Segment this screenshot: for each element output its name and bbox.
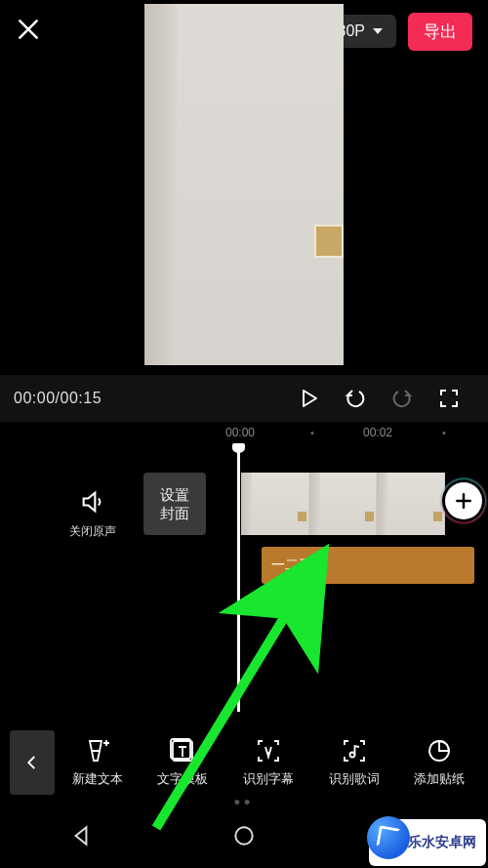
- close-icon: [16, 17, 41, 42]
- close-button[interactable]: [16, 17, 41, 46]
- add-clip-button[interactable]: [445, 482, 482, 519]
- speaker-icon: [79, 488, 106, 516]
- chevron-down-icon: [373, 28, 383, 34]
- triangle-back-icon: [68, 823, 94, 848]
- mute-original-audio-button[interactable]: 关闭原声: [59, 488, 127, 540]
- tool-label: 识别字幕: [243, 770, 294, 788]
- timeline[interactable]: 00:00 00:02 关闭原声 设置 封面 一二三: [0, 422, 488, 722]
- sticker-icon: [426, 737, 453, 765]
- video-clip[interactable]: [241, 473, 445, 535]
- circle-home-icon: [231, 823, 257, 848]
- plus-icon: [454, 491, 473, 511]
- ruler-label: 00:02: [363, 426, 392, 439]
- tool-recognize-lyrics[interactable]: 识别歌词: [329, 737, 380, 788]
- video-preview[interactable]: [144, 4, 344, 365]
- play-icon: [297, 387, 320, 410]
- tool-text-template[interactable]: 文字模板: [157, 737, 208, 788]
- fullscreen-button[interactable]: [426, 387, 472, 410]
- back-button[interactable]: [10, 730, 55, 795]
- recognize-lyrics-icon: [341, 737, 368, 765]
- total-time: 00:15: [61, 390, 102, 406]
- tool-new-text[interactable]: 新建文本: [72, 737, 123, 788]
- undo-button[interactable]: [332, 387, 379, 410]
- timecode: 00:00/00:15: [14, 390, 102, 407]
- text-template-icon: [169, 737, 196, 765]
- play-button[interactable]: [285, 387, 332, 410]
- watermark-text: 乐水安卓网: [408, 834, 476, 851]
- tool-label: 添加贴纸: [414, 770, 465, 788]
- playback-controls: 00:00/00:15: [0, 375, 488, 422]
- nav-back[interactable]: [68, 823, 94, 852]
- cover-label: 设置 封面: [160, 485, 189, 523]
- text-track-clip[interactable]: 一二三: [262, 547, 474, 584]
- tool-label: 识别歌词: [329, 770, 380, 788]
- preview-area: [0, 62, 488, 375]
- bottom-toolbar: 新建文本 文字模板 识别字幕 识别歌词: [0, 722, 488, 804]
- nav-hint-dots: ••: [234, 793, 255, 813]
- redo-icon: [390, 387, 414, 410]
- export-button[interactable]: 导出: [408, 13, 472, 51]
- chevron-left-icon: [23, 754, 41, 771]
- recognize-subtitle-icon: [255, 737, 282, 765]
- mute-label: 关闭原声: [59, 523, 127, 540]
- svg-point-5: [235, 827, 252, 844]
- ruler-label: 00:00: [225, 426, 255, 439]
- text-add-icon: [84, 737, 111, 765]
- fullscreen-icon: [437, 387, 461, 410]
- undo-icon: [344, 387, 367, 410]
- current-time: 00:00: [14, 390, 56, 406]
- tracks-area: 关闭原声 设置 封面 一二三: [0, 449, 488, 722]
- tool-add-sticker[interactable]: 添加贴纸: [414, 737, 465, 788]
- redo-button[interactable]: [379, 387, 426, 410]
- nav-home[interactable]: [231, 823, 257, 852]
- export-label: 导出: [424, 22, 457, 41]
- text-clip-content: 一二三: [271, 557, 312, 574]
- tool-label: 文字模板: [157, 770, 208, 788]
- tool-label: 新建文本: [72, 770, 123, 788]
- watermark-icon: [367, 816, 410, 859]
- watermark-badge: 乐水安卓网: [369, 819, 486, 866]
- playhead[interactable]: [237, 449, 240, 712]
- set-cover-button[interactable]: 设置 封面: [143, 473, 206, 535]
- tool-recognize-subtitle[interactable]: 识别字幕: [243, 737, 294, 788]
